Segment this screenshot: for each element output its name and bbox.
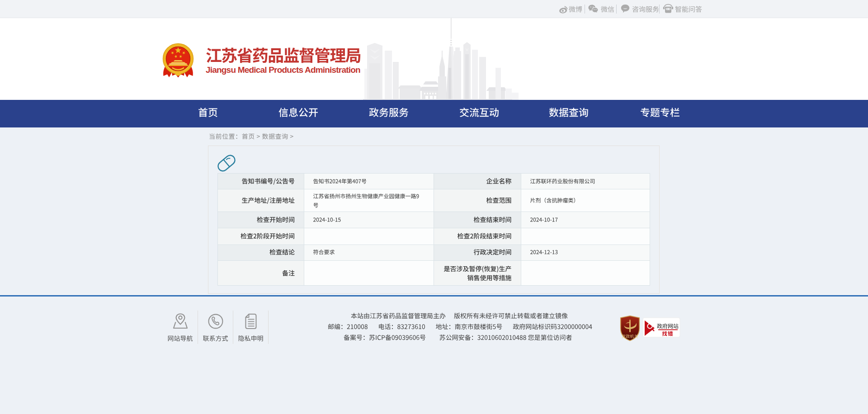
svg-text:Jiangsu Medical Products Admin: Jiangsu Medical Products Administration bbox=[206, 65, 360, 75]
